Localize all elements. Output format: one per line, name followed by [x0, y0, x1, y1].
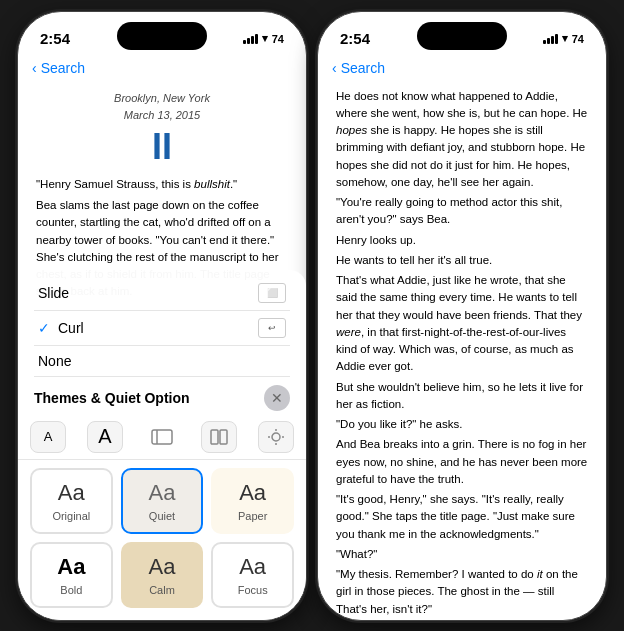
- brightness-button[interactable]: [258, 421, 294, 453]
- wifi-icon-right: ▾: [562, 32, 568, 45]
- font-large-button[interactable]: A: [87, 421, 123, 453]
- theme-original-label: Original: [42, 510, 101, 522]
- book-text-right: He does not know what happened to Addie,…: [336, 88, 588, 621]
- slide-icon: ⬜: [258, 283, 286, 303]
- theme-bold-aa: Aa: [42, 554, 101, 580]
- close-button[interactable]: ✕: [264, 385, 290, 411]
- themes-grid: Aa Original Aa Quiet Aa Paper Aa Bold Aa: [18, 460, 306, 620]
- signal-icon: [243, 34, 258, 44]
- checkmark-icon: ✓: [38, 320, 50, 336]
- option-left-none: None: [38, 353, 71, 369]
- theme-paper[interactable]: Aa Paper: [211, 468, 294, 534]
- book-location: Brooklyn, New York March 13, 2015: [36, 90, 288, 125]
- theme-focus[interactable]: Aa Focus: [211, 542, 294, 608]
- back-button-right[interactable]: ‹ Search: [318, 56, 606, 80]
- status-icons-left: ▾ 74: [243, 32, 284, 45]
- paragraph: Henry looks up.: [336, 232, 588, 249]
- back-label-right: Search: [341, 60, 385, 76]
- svg-rect-2: [211, 430, 218, 444]
- theme-bold-label: Bold: [42, 584, 101, 596]
- paragraph: "What?": [336, 546, 588, 563]
- theme-paper-label: Paper: [223, 510, 282, 522]
- theme-quiet-label: Quiet: [133, 510, 192, 522]
- slide-option-slide[interactable]: Slide ⬜: [34, 276, 290, 311]
- left-phone: 2:54 ▾ 74 ‹ Search Brooklyn, New York: [17, 11, 307, 621]
- theme-calm-label: Calm: [133, 584, 192, 596]
- theme-focus-label: Focus: [223, 584, 282, 596]
- paragraph: "It's good, Henry," she says. "It's real…: [336, 491, 588, 543]
- overlay-panel: Slide ⬜ ✓ Curl ↩ None: [18, 270, 306, 620]
- slide-option-curl[interactable]: ✓ Curl ↩: [34, 311, 290, 346]
- wifi-icon: ▾: [262, 32, 268, 45]
- dynamic-island-right: [417, 22, 507, 50]
- paragraph: "You're really going to method actor thi…: [336, 194, 588, 229]
- chapter-number: II: [36, 125, 288, 168]
- theme-calm-aa: Aa: [133, 554, 192, 580]
- font-controls: A A: [18, 415, 306, 460]
- paragraph: "Do you like it?" he asks.: [336, 416, 588, 433]
- theme-original-aa: Aa: [42, 480, 101, 506]
- view-icon[interactable]: [201, 421, 237, 453]
- back-chevron-icon: ‹: [32, 60, 37, 76]
- font-type-icon[interactable]: [144, 421, 180, 453]
- back-label-left: Search: [41, 60, 85, 76]
- curl-icon: ↩: [258, 318, 286, 338]
- dynamic-island: [117, 22, 207, 50]
- slide-label: Slide: [38, 285, 69, 301]
- back-button-left[interactable]: ‹ Search: [18, 56, 306, 80]
- signal-icon-right: [543, 34, 558, 44]
- theme-bold[interactable]: Aa Bold: [30, 542, 113, 608]
- theme-quiet[interactable]: Aa Quiet: [121, 468, 204, 534]
- theme-calm[interactable]: Aa Calm: [121, 542, 204, 608]
- book-content-left: Brooklyn, New York March 13, 2015 II "He…: [18, 80, 306, 300]
- theme-quiet-aa: Aa: [133, 480, 192, 506]
- option-left-curl: ✓ Curl: [38, 320, 84, 336]
- time-left: 2:54: [40, 30, 70, 47]
- slide-option-none[interactable]: None: [34, 346, 290, 377]
- paragraph: That's what Addie, just like he wrote, t…: [336, 272, 588, 376]
- svg-point-4: [272, 433, 280, 441]
- paragraph: "My thesis. Remember? I wanted to do it …: [336, 566, 588, 618]
- time-right: 2:54: [340, 30, 370, 47]
- paragraph: He does not know what happened to Addie,…: [336, 88, 588, 192]
- book-header: Brooklyn, New York March 13, 2015 II: [36, 90, 288, 168]
- svg-rect-0: [152, 430, 172, 444]
- paragraph: "Henry Samuel Strauss, this is bullshit.…: [36, 176, 288, 193]
- curl-label: Curl: [58, 320, 84, 336]
- battery-icon: 74: [272, 33, 284, 45]
- paragraph: And Bea breaks into a grin. There is no …: [336, 436, 588, 488]
- svg-rect-3: [220, 430, 227, 444]
- font-small-button[interactable]: A: [30, 421, 66, 453]
- option-left: Slide: [38, 285, 69, 301]
- none-label: None: [38, 353, 71, 369]
- book-content-right: He does not know what happened to Addie,…: [318, 80, 606, 621]
- paragraph: He wants to tell her it's all true.: [336, 252, 588, 269]
- slide-options: Slide ⬜ ✓ Curl ↩ None: [18, 270, 306, 377]
- right-phone: 2:54 ▾ 74 ‹ Search He does not know what…: [317, 11, 607, 621]
- status-icons-right: ▾ 74: [543, 32, 584, 45]
- themes-header: Themes & Quiet Option ✕: [18, 377, 306, 415]
- themes-title: Themes & Quiet Option: [34, 390, 190, 406]
- theme-original[interactable]: Aa Original: [30, 468, 113, 534]
- theme-paper-aa: Aa: [223, 480, 282, 506]
- battery-icon-right: 74: [572, 33, 584, 45]
- phones-container: 2:54 ▾ 74 ‹ Search Brooklyn, New York: [17, 11, 607, 621]
- paragraph: But she wouldn't believe him, so he lets…: [336, 379, 588, 414]
- theme-focus-aa: Aa: [223, 554, 282, 580]
- back-chevron-icon-right: ‹: [332, 60, 337, 76]
